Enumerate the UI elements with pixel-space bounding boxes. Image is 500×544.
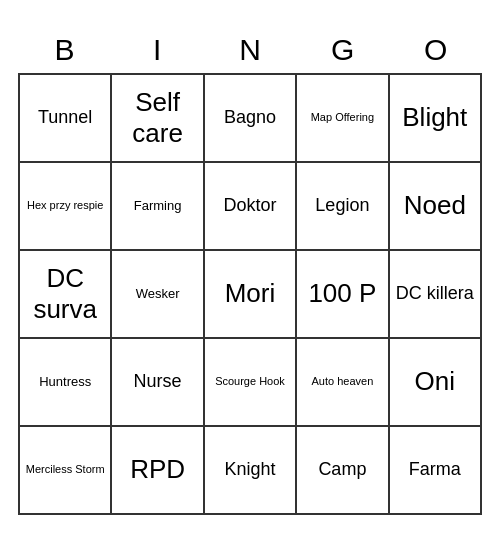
bingo-cell: DC killera (390, 251, 482, 339)
bingo-grid: TunnelSelf careBagnoMap OfferingBlightHe… (18, 73, 482, 515)
cell-text: Noed (404, 190, 466, 221)
bingo-cell: Blight (390, 75, 482, 163)
bingo-cell: Merciless Storm (20, 427, 112, 515)
cell-text: Knight (224, 459, 275, 481)
bingo-cell: Noed (390, 163, 482, 251)
cell-text: Huntress (39, 374, 91, 390)
cell-text: Self care (116, 87, 198, 149)
bingo-cell: Wesker (112, 251, 204, 339)
bingo-cell: Bagno (205, 75, 297, 163)
bingo-cell: RPD (112, 427, 204, 515)
bingo-cell: Map Offering (297, 75, 389, 163)
bingo-cell: Auto heaven (297, 339, 389, 427)
bingo-cell: Knight (205, 427, 297, 515)
bingo-cell: Farma (390, 427, 482, 515)
cell-text: Map Offering (311, 111, 374, 124)
header-letter: I (111, 29, 204, 71)
bingo-board: BINGO TunnelSelf careBagnoMap OfferingBl… (10, 21, 490, 523)
cell-text: Blight (402, 102, 467, 133)
header-letter: N (204, 29, 297, 71)
cell-text: Bagno (224, 107, 276, 129)
bingo-cell: 100 P (297, 251, 389, 339)
cell-text: Scourge Hook (215, 375, 285, 388)
header-letter: G (296, 29, 389, 71)
cell-text: Merciless Storm (26, 463, 105, 476)
bingo-cell: Hex przy respie (20, 163, 112, 251)
bingo-cell: Nurse (112, 339, 204, 427)
cell-text: Legion (315, 195, 369, 217)
cell-text: Auto heaven (312, 375, 374, 388)
bingo-cell: Doktor (205, 163, 297, 251)
header-letter: O (389, 29, 482, 71)
bingo-cell: Legion (297, 163, 389, 251)
cell-text: Farma (409, 459, 461, 481)
cell-text: 100 P (308, 278, 376, 309)
bingo-cell: Huntress (20, 339, 112, 427)
header-letter: B (18, 29, 111, 71)
cell-text: Farming (134, 198, 182, 214)
cell-text: DC killera (396, 283, 474, 305)
bingo-cell: Oni (390, 339, 482, 427)
cell-text: RPD (130, 454, 185, 485)
cell-text: Mori (225, 278, 276, 309)
bingo-cell: Scourge Hook (205, 339, 297, 427)
bingo-cell: DC surva (20, 251, 112, 339)
bingo-cell: Camp (297, 427, 389, 515)
bingo-cell: Farming (112, 163, 204, 251)
cell-text: Tunnel (38, 107, 92, 129)
bingo-cell: Mori (205, 251, 297, 339)
cell-text: Camp (318, 459, 366, 481)
cell-text: Wesker (136, 286, 180, 302)
bingo-cell: Tunnel (20, 75, 112, 163)
cell-text: Oni (415, 366, 455, 397)
bingo-cell: Self care (112, 75, 204, 163)
bingo-header: BINGO (18, 29, 482, 71)
cell-text: Hex przy respie (27, 199, 103, 212)
cell-text: Doktor (223, 195, 276, 217)
cell-text: DC surva (24, 263, 106, 325)
cell-text: Nurse (134, 371, 182, 393)
